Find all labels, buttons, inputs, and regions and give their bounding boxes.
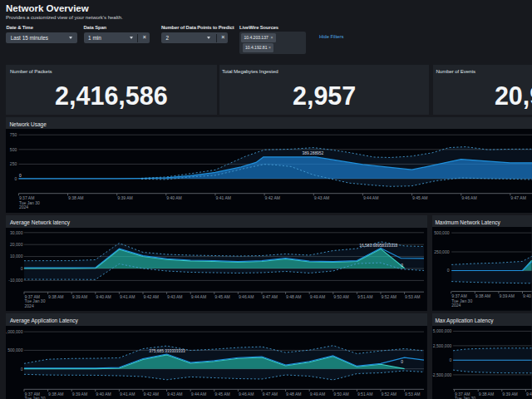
svg-text:2024: 2024 xyxy=(19,204,28,209)
svg-text:9:40 AM: 9:40 AM xyxy=(96,293,111,298)
svg-text:Tue Jan 30: Tue Jan 30 xyxy=(24,396,45,399)
svg-text:9:43 AM: 9:43 AM xyxy=(167,293,182,298)
svg-text:0: 0 xyxy=(21,265,23,270)
svg-text:9:39 AM: 9:39 AM xyxy=(500,293,515,298)
svg-text:-10,000: -10,000 xyxy=(8,278,22,283)
svg-text:750: 750 xyxy=(10,132,17,137)
svg-text:9:45 AM: 9:45 AM xyxy=(214,293,229,298)
svg-text:9:40 AM: 9:40 AM xyxy=(96,391,111,396)
svg-text:9:42 AM: 9:42 AM xyxy=(143,293,158,298)
svg-text:9:43 AM: 9:43 AM xyxy=(314,195,329,200)
svg-text:9:52 AM: 9:52 AM xyxy=(381,293,396,298)
svg-text:9:40 AM: 9:40 AM xyxy=(526,391,532,396)
svg-text:9:50 AM: 9:50 AM xyxy=(333,293,348,298)
svg-text:9:47 AM: 9:47 AM xyxy=(510,195,525,200)
svg-text:9:39 AM: 9:39 AM xyxy=(117,195,132,200)
svg-text:9:40 AM: 9:40 AM xyxy=(166,195,181,200)
svg-text:500,000: 500,000 xyxy=(435,230,451,235)
svg-text:2024: 2024 xyxy=(452,303,461,308)
svg-text:0: 0 xyxy=(19,174,22,178)
svg-text:9:39 AM: 9:39 AM xyxy=(503,391,518,396)
svg-text:9:44 AM: 9:44 AM xyxy=(191,293,206,298)
svg-text:250,000: 250,000 xyxy=(435,249,451,254)
svg-text:5,000,000: 5,000,000 xyxy=(433,328,452,333)
svg-text:0: 0 xyxy=(447,268,450,273)
svg-text:500: 500 xyxy=(10,146,17,151)
svg-text:9:53 AM: 9:53 AM xyxy=(405,293,420,298)
svg-text:250: 250 xyxy=(10,161,17,166)
svg-text:9:41 AM: 9:41 AM xyxy=(120,293,135,298)
svg-text:9:45 AM: 9:45 AM xyxy=(412,195,427,200)
svg-text:9:41 AM: 9:41 AM xyxy=(120,391,135,396)
svg-text:500,000: 500,000 xyxy=(7,347,23,352)
svg-text:9:50 AM: 9:50 AM xyxy=(333,391,348,396)
svg-text:0: 0 xyxy=(21,366,23,371)
svg-text:9:48 AM: 9:48 AM xyxy=(286,391,301,396)
svg-text:9:46 AM: 9:46 AM xyxy=(461,195,476,200)
svg-text:9:44 AM: 9:44 AM xyxy=(363,195,378,200)
svg-text:389.288952: 389.288952 xyxy=(303,150,324,155)
svg-text:16,583.68958333333: 16,583.68958333333 xyxy=(359,243,397,247)
svg-text:2,500,000: 2,500,000 xyxy=(433,342,452,347)
svg-text:0: 0 xyxy=(401,359,403,363)
svg-text:9:43 AM: 9:43 AM xyxy=(167,391,182,396)
svg-text:9:48 AM: 9:48 AM xyxy=(286,293,301,298)
svg-text:9:46 AM: 9:46 AM xyxy=(239,391,254,396)
svg-text:9:45 AM: 9:45 AM xyxy=(214,391,229,396)
svg-text:9:40 AM: 9:40 AM xyxy=(523,293,532,298)
svg-text:9:53 AM: 9:53 AM xyxy=(405,391,420,396)
svg-text:20,000: 20,000 xyxy=(10,242,23,247)
svg-text:9:49 AM: 9:49 AM xyxy=(310,293,325,298)
svg-text:9:46 AM: 9:46 AM xyxy=(239,293,254,298)
svg-text:9:42 AM: 9:42 AM xyxy=(143,391,158,396)
svg-text:9:47 AM: 9:47 AM xyxy=(262,391,277,396)
svg-text:9:51 AM: 9:51 AM xyxy=(357,391,372,396)
svg-text:9:38 AM: 9:38 AM xyxy=(48,391,63,396)
svg-text:10,000: 10,000 xyxy=(10,254,23,259)
svg-text:9:38 AM: 9:38 AM xyxy=(479,391,494,396)
svg-text:1,000,000: 1,000,000 xyxy=(6,329,23,334)
svg-text:9:39 AM: 9:39 AM xyxy=(72,293,87,298)
svg-text:9:39 AM: 9:39 AM xyxy=(72,391,87,396)
svg-text:9:47 AM: 9:47 AM xyxy=(262,293,277,298)
svg-text:9:41 AM: 9:41 AM xyxy=(216,195,231,200)
svg-text:9:42 AM: 9:42 AM xyxy=(265,195,280,200)
svg-text:Tue Jan 30: Tue Jan 30 xyxy=(455,396,475,399)
svg-text:375,685.333333333: 375,685.333333333 xyxy=(149,349,185,353)
svg-text:30,000: 30,000 xyxy=(10,229,23,234)
svg-text:9:38 AM: 9:38 AM xyxy=(48,293,63,298)
svg-text:9:52 AM: 9:52 AM xyxy=(381,391,396,396)
svg-text:9:49 AM: 9:49 AM xyxy=(310,391,325,396)
svg-text:9:51 AM: 9:51 AM xyxy=(357,293,372,298)
svg-text:9:38 AM: 9:38 AM xyxy=(68,195,83,200)
svg-text:0: 0 xyxy=(401,263,403,267)
svg-text:0: 0 xyxy=(450,357,452,362)
svg-text:-2,500,000: -2,500,000 xyxy=(432,372,451,377)
svg-text:9:44 AM: 9:44 AM xyxy=(191,391,206,396)
svg-text:9:38 AM: 9:38 AM xyxy=(475,293,490,298)
svg-text:0: 0 xyxy=(14,175,17,180)
svg-text:2024: 2024 xyxy=(24,303,33,308)
